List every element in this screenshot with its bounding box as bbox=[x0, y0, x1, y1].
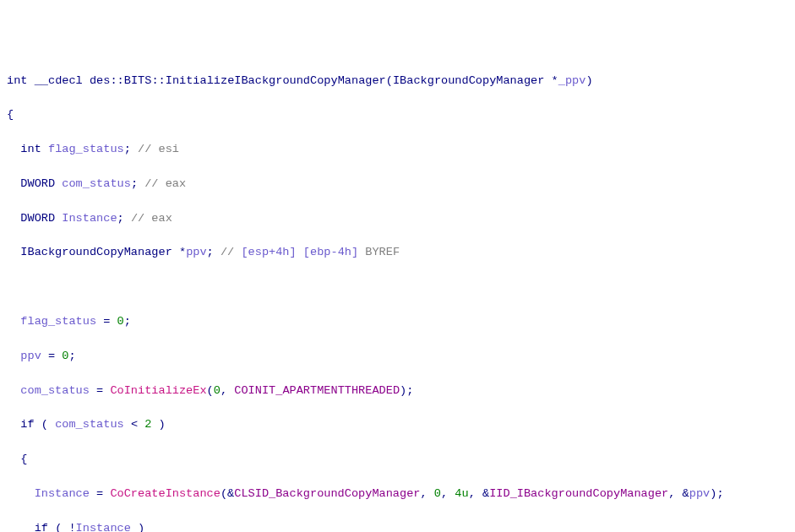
var: flag_status bbox=[48, 143, 124, 155]
comment: // eax bbox=[124, 212, 172, 225]
paren: ( bbox=[386, 74, 393, 87]
type: IBackgroundCopyManager bbox=[393, 74, 544, 87]
var: Instance bbox=[76, 522, 131, 532]
paren: ( bbox=[35, 418, 55, 431]
paren: ); bbox=[710, 487, 723, 500]
comment: // bbox=[214, 246, 242, 258]
func-call: CoInitializeEx bbox=[110, 384, 206, 397]
keyword: int bbox=[7, 74, 27, 87]
var: ppv bbox=[689, 487, 710, 500]
blank-line bbox=[7, 279, 788, 296]
number: 0 bbox=[117, 315, 124, 328]
comment: [esp+4h] [ebp-4h] bbox=[241, 246, 358, 258]
code-block: int __cdecl des::BITS::InitializeIBackgr… bbox=[7, 73, 788, 532]
paren: ); bbox=[400, 384, 413, 397]
star: * bbox=[172, 246, 186, 258]
var: com_status bbox=[55, 418, 124, 431]
sc: ; bbox=[117, 212, 124, 225]
code-line: DWORD Instance; // eax bbox=[7, 210, 788, 227]
type: IBackgroundCopyManager bbox=[20, 246, 172, 258]
func-call: CoCreateInstance bbox=[110, 487, 221, 500]
comment: BYREF bbox=[358, 246, 400, 258]
code-line: { bbox=[7, 106, 788, 123]
op: = bbox=[41, 350, 62, 362]
code-line: DWORD com_status; // eax bbox=[7, 176, 788, 193]
comma: , bbox=[421, 487, 434, 500]
const: CLSID_BackgroundCopyManager bbox=[234, 487, 420, 500]
sc: ; bbox=[131, 177, 138, 190]
code-line: flag_status = 0; bbox=[7, 313, 788, 330]
paren: ( bbox=[207, 384, 214, 397]
comma: , & bbox=[668, 487, 689, 500]
var: flag_status bbox=[20, 315, 96, 328]
type: DWORD bbox=[20, 212, 55, 225]
var: com_status bbox=[20, 384, 90, 397]
code-line: int __cdecl des::BITS::InitializeIBackgr… bbox=[7, 73, 788, 90]
var: com_status bbox=[62, 177, 131, 190]
number: 0 bbox=[214, 384, 221, 397]
var: ppv bbox=[186, 246, 206, 258]
sc: ; bbox=[124, 315, 131, 328]
sc: ; bbox=[124, 143, 131, 155]
brace: { bbox=[20, 453, 27, 465]
sep: :: bbox=[151, 74, 165, 87]
code-line: if ( com_status < 2 ) bbox=[7, 416, 788, 433]
op: = bbox=[96, 315, 117, 328]
op: = bbox=[90, 487, 110, 500]
const: COINIT_APARTMENTTHREADED bbox=[234, 384, 400, 397]
namespace: des bbox=[90, 74, 110, 87]
code-line: IBackgroundCopyManager *ppv; // [esp+4h]… bbox=[7, 244, 788, 261]
comment: // eax bbox=[138, 177, 186, 190]
number: 0 bbox=[434, 487, 441, 500]
sc: ; bbox=[68, 350, 75, 362]
star: * bbox=[544, 74, 558, 87]
keyword: if bbox=[35, 522, 48, 532]
var: ppv bbox=[20, 350, 41, 362]
code-line: { bbox=[7, 451, 788, 468]
func-name: InitializeIBackgroundCopyManager bbox=[166, 74, 386, 87]
comment: // esi bbox=[131, 143, 179, 155]
paren: ( ! bbox=[48, 522, 76, 532]
paren: ) bbox=[151, 418, 165, 431]
code-line: com_status = CoInitializeEx(0, COINIT_AP… bbox=[7, 383, 788, 399]
sc: ; bbox=[207, 246, 214, 258]
type: DWORD bbox=[20, 177, 55, 190]
sep: :: bbox=[110, 74, 123, 87]
number: 4u bbox=[455, 487, 468, 500]
var: Instance bbox=[62, 212, 117, 225]
keyword: if bbox=[20, 418, 34, 431]
code-line: ppv = 0; bbox=[7, 348, 788, 365]
type: int bbox=[20, 143, 41, 155]
paren: ) bbox=[131, 522, 144, 532]
paren: (& bbox=[221, 487, 234, 500]
const: IID_IBackgroundCopyManager bbox=[489, 487, 668, 500]
class: BITS bbox=[124, 74, 152, 87]
keyword: __cdecl bbox=[35, 74, 83, 87]
code-line: int flag_status; // esi bbox=[7, 141, 788, 158]
comma: , bbox=[221, 384, 234, 397]
param: _ppv bbox=[558, 74, 586, 87]
var: Instance bbox=[35, 487, 90, 500]
comma: , bbox=[441, 487, 455, 500]
op: = bbox=[90, 384, 110, 397]
op: < bbox=[124, 418, 144, 431]
code-line: Instance = CoCreateInstance(&CLSID_Backg… bbox=[7, 486, 788, 502]
paren: ) bbox=[585, 74, 592, 87]
code-line: if ( !Instance ) bbox=[7, 520, 788, 532]
comma: , & bbox=[469, 487, 489, 500]
